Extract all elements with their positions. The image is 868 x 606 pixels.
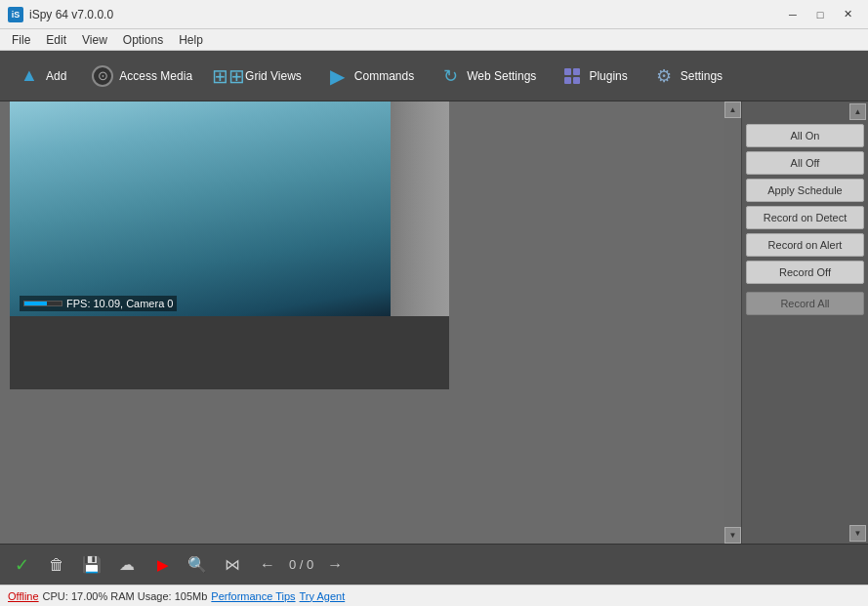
maximize-button[interactable]: □ bbox=[807, 5, 833, 24]
svg-rect-2 bbox=[564, 77, 571, 84]
minimize-button[interactable]: ─ bbox=[780, 5, 806, 24]
fps-bar-fill bbox=[24, 302, 47, 305]
main-scrollbar: ▲ ▼ bbox=[724, 101, 741, 544]
right-panel-buttons: All On All Off Apply Schedule Record on … bbox=[742, 122, 868, 523]
panel-scroll-down[interactable]: ▼ bbox=[849, 525, 866, 542]
try-agent-link[interactable]: Try Agent bbox=[300, 590, 346, 602]
all-on-button[interactable]: All On bbox=[746, 124, 864, 147]
title-bar-controls: ─ □ ✕ bbox=[780, 5, 860, 24]
performance-tips-link[interactable]: Performance Tips bbox=[211, 590, 295, 602]
close-button[interactable]: ✕ bbox=[835, 5, 860, 24]
title-bar-left: iS iSpy 64 v7.0.0.0 bbox=[8, 7, 113, 22]
record-on-detect-button[interactable]: Record on Detect bbox=[746, 206, 864, 229]
prev-button[interactable]: ← bbox=[254, 551, 281, 579]
settings-button[interactable]: ⚙ Settings bbox=[642, 58, 733, 95]
svg-rect-1 bbox=[573, 68, 580, 75]
grid-views-button[interactable]: ⊞ Grid Views bbox=[207, 58, 312, 95]
menu-bar: File Edit View Options Help bbox=[0, 29, 868, 51]
camera-feed-image bbox=[10, 101, 449, 316]
access-media-label: Access Media bbox=[119, 69, 192, 83]
scroll-down-button[interactable]: ▼ bbox=[724, 527, 741, 544]
grid-views-icon: ⊞ bbox=[218, 65, 239, 87]
add-button[interactable]: Add bbox=[8, 58, 77, 95]
main-content: FPS: 10.09, Camera 0 ▲ ▼ ▲ All On All Of… bbox=[0, 101, 868, 544]
add-icon bbox=[19, 65, 40, 87]
youtube-button[interactable]: ▶ bbox=[148, 551, 176, 579]
grid-views-label: Grid Views bbox=[245, 69, 302, 83]
record-all-button[interactable]: Record All bbox=[746, 292, 864, 315]
settings-label: Settings bbox=[681, 69, 723, 83]
toolbar: Add ⊙ Access Media ⊞ Grid Views ▶ Comman… bbox=[0, 51, 868, 101]
menu-options[interactable]: Options bbox=[115, 31, 171, 49]
title-text: iSpy 64 v7.0.0.0 bbox=[29, 8, 113, 21]
cloud-button[interactable]: ☁ bbox=[113, 551, 141, 579]
menu-file[interactable]: File bbox=[4, 31, 38, 49]
check-button[interactable]: ✓ bbox=[8, 551, 35, 579]
record-off-button[interactable]: Record Off bbox=[746, 261, 864, 284]
app-icon: iS bbox=[8, 7, 23, 22]
svg-rect-3 bbox=[573, 77, 580, 84]
menu-view[interactable]: View bbox=[74, 31, 115, 49]
next-button[interactable]: → bbox=[321, 551, 349, 579]
access-media-button[interactable]: ⊙ Access Media bbox=[81, 58, 203, 95]
save-button[interactable]: 💾 bbox=[78, 551, 105, 579]
camera-feed: FPS: 10.09, Camera 0 bbox=[10, 101, 449, 389]
commands-icon: ▶ bbox=[327, 65, 349, 87]
apply-schedule-button[interactable]: Apply Schedule bbox=[746, 179, 864, 202]
web-settings-button[interactable]: ↻ Web Settings bbox=[429, 58, 547, 95]
offline-status[interactable]: Offline bbox=[8, 590, 39, 602]
delete-button[interactable]: 🗑 bbox=[43, 551, 70, 579]
access-media-icon: ⊙ bbox=[92, 65, 113, 87]
menu-edit[interactable]: Edit bbox=[38, 31, 74, 49]
plugins-label: Plugins bbox=[589, 69, 627, 83]
camera-feed-bottom bbox=[10, 316, 449, 389]
commands-button[interactable]: ▶ Commands bbox=[316, 58, 425, 95]
all-off-button[interactable]: All Off bbox=[746, 151, 864, 175]
plugins-button[interactable]: Plugins bbox=[551, 58, 638, 95]
plugins-icon bbox=[561, 65, 583, 87]
right-panel: ▲ All On All Off Apply Schedule Record o… bbox=[741, 101, 868, 544]
search-button[interactable]: 🔍 bbox=[184, 551, 211, 579]
record-on-alert-button[interactable]: Record on Alert bbox=[746, 233, 864, 257]
status-bar: Offline CPU: 17.00% RAM Usage: 105Mb Per… bbox=[0, 585, 868, 606]
commands-label: Commands bbox=[354, 69, 414, 83]
add-label: Add bbox=[46, 69, 66, 83]
settings-icon: ⚙ bbox=[653, 65, 675, 87]
nav-counter: 0 / 0 bbox=[289, 557, 313, 572]
cpu-ram-text: CPU: 17.00% RAM Usage: 105Mb bbox=[43, 590, 208, 602]
menu-help[interactable]: Help bbox=[171, 31, 211, 49]
panel-scroll-up[interactable]: ▲ bbox=[849, 103, 866, 120]
svg-rect-0 bbox=[564, 68, 571, 75]
bottom-bar: ✓ 🗑 💾 ☁ ▶ 🔍 ⋈ ← 0 / 0 → bbox=[0, 544, 868, 585]
network-button[interactable]: ⋈ bbox=[219, 551, 246, 579]
camera-info-text: FPS: 10.09, Camera 0 bbox=[66, 298, 173, 309]
web-settings-label: Web Settings bbox=[467, 69, 536, 83]
camera-area: FPS: 10.09, Camera 0 bbox=[0, 101, 724, 544]
fps-bar bbox=[23, 301, 62, 306]
camera-info: FPS: 10.09, Camera 0 bbox=[20, 296, 177, 311]
web-settings-icon: ↻ bbox=[439, 65, 461, 87]
title-bar: iS iSpy 64 v7.0.0.0 ─ □ ✕ bbox=[0, 0, 868, 29]
scroll-up-button[interactable]: ▲ bbox=[724, 101, 741, 118]
